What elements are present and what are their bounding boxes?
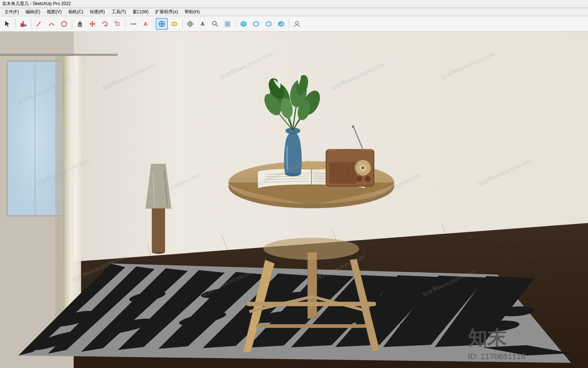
shaded-button[interactable] <box>275 18 287 30</box>
toolbar-separator-6 <box>182 19 182 29</box>
svg-rect-56 <box>0 54 118 56</box>
scene-svg: 知末网www.znzmo.com 知末网www.znzmo.com 知末网www… <box>0 32 588 368</box>
menu-extensions[interactable]: 扩展程序(x) <box>152 8 181 16</box>
svg-text:ID: 1170651116: ID: 1170651116 <box>468 352 526 361</box>
title-bar: 实木角几置几 - SketchUp Pro 2022 <box>0 0 588 8</box>
arc-button[interactable] <box>46 18 57 30</box>
svg-rect-118 <box>329 162 357 184</box>
wireframe-button[interactable] <box>250 18 262 30</box>
svg-rect-12 <box>130 23 136 25</box>
zoom-button[interactable] <box>209 18 221 30</box>
svg-point-132 <box>365 176 371 182</box>
toolbar-separator-8 <box>289 19 289 29</box>
svg-marker-34 <box>266 21 271 26</box>
toolbar-separator-7 <box>235 19 236 29</box>
xray-button[interactable] <box>238 18 249 30</box>
axes-button[interactable] <box>156 18 168 30</box>
main-toolbar: A <box>0 16 588 32</box>
move-button[interactable] <box>87 18 98 30</box>
svg-point-26 <box>189 23 191 25</box>
toolbar-separator-5 <box>154 19 154 29</box>
shapes-button[interactable] <box>58 18 70 30</box>
svg-line-3 <box>37 22 41 26</box>
svg-text:知末: 知末 <box>468 327 507 348</box>
toolbar-separator-2 <box>31 19 31 29</box>
svg-text:A: A <box>144 21 147 27</box>
svg-point-134 <box>352 125 354 128</box>
menu-draw[interactable]: 绘图(R) <box>87 8 108 16</box>
menu-camera[interactable]: 相机(C) <box>65 8 86 16</box>
3d-viewport[interactable]: 知末网www.znzmo.com 知末网www.znzmo.com 知末网www… <box>0 32 588 368</box>
svg-point-27 <box>213 21 216 25</box>
rotate-button[interactable] <box>99 18 111 30</box>
svg-marker-32 <box>242 22 245 26</box>
svg-point-92 <box>263 238 359 260</box>
svg-rect-58 <box>152 208 165 252</box>
svg-point-37 <box>295 21 298 24</box>
pencil-button[interactable] <box>33 18 45 30</box>
tape-measure-button[interactable] <box>127 18 139 30</box>
toolbar-separator-4 <box>125 19 126 29</box>
svg-marker-33 <box>253 21 259 26</box>
text-tool-button[interactable]: A <box>140 18 152 30</box>
svg-point-5 <box>62 21 67 26</box>
menu-help[interactable]: 帮助(H) <box>182 8 203 16</box>
menu-tools[interactable]: 工具(T) <box>109 8 129 16</box>
account-button[interactable] <box>291 18 303 30</box>
svg-point-131 <box>356 176 362 182</box>
svg-point-21 <box>161 23 162 25</box>
svg-point-2 <box>24 24 27 26</box>
svg-rect-1 <box>22 21 24 24</box>
scale-button[interactable] <box>112 18 123 30</box>
section-plane-button[interactable] <box>168 18 180 30</box>
pan-button[interactable] <box>197 18 209 30</box>
svg-rect-6 <box>78 24 82 27</box>
svg-line-28 <box>216 25 218 26</box>
svg-marker-7 <box>78 21 82 24</box>
svg-marker-8 <box>90 21 95 27</box>
select-tool-button[interactable] <box>1 18 13 30</box>
menu-file[interactable]: 文件(F) <box>1 8 22 16</box>
hidden-line-button[interactable] <box>263 18 274 30</box>
svg-rect-30 <box>226 22 229 25</box>
zoom-extents-button[interactable] <box>222 18 234 30</box>
menu-window[interactable]: 窗口(W) <box>130 8 151 16</box>
svg-point-130 <box>361 166 364 169</box>
toolbar-separator-3 <box>72 19 72 29</box>
svg-marker-4 <box>36 26 38 27</box>
menu-edit[interactable]: 编辑(E) <box>22 8 43 16</box>
toolbar-separator-1 <box>15 19 15 29</box>
push-pull-button[interactable] <box>74 18 86 30</box>
app-title: 实木角几置几 - SketchUp Pro 2022 <box>2 1 71 7</box>
paint-bucket-button[interactable] <box>17 18 29 30</box>
orbit-button[interactable] <box>184 18 196 30</box>
menu-bar: 文件(F) 编辑(E) 视图(V) 相机(C) 绘图(R) 工具(T) 窗口(W… <box>0 8 588 16</box>
menu-view[interactable]: 视图(V) <box>44 8 64 16</box>
